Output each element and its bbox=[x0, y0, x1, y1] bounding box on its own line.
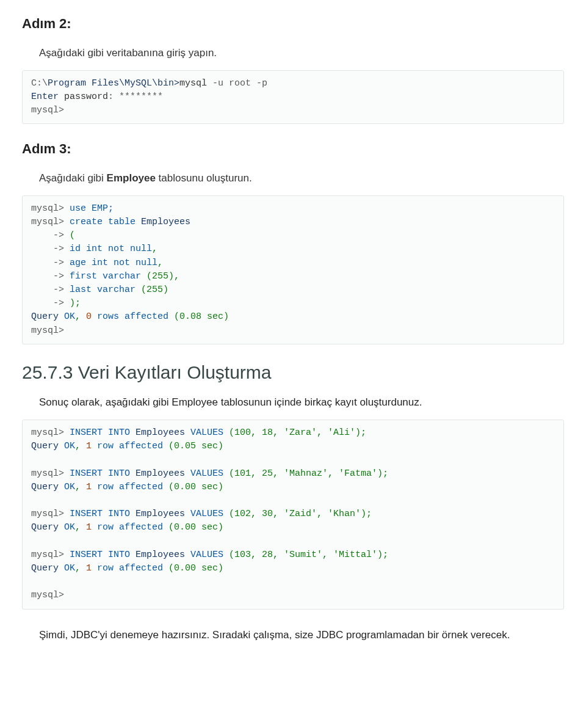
section-instruction: Sonuç olarak, aşağıdaki gibi Employee ta… bbox=[39, 396, 547, 410]
code-text: -> bbox=[31, 285, 64, 295]
code-text: Employees bbox=[136, 468, 185, 479]
code-text: VALUES bbox=[185, 509, 229, 519]
code-text: Files\MySQL\bin> bbox=[92, 78, 179, 89]
code-text: Query bbox=[31, 522, 59, 533]
code-text: ( bbox=[64, 230, 75, 241]
code-text: (0.00 sec) bbox=[168, 482, 223, 492]
code-text: , bbox=[157, 258, 163, 268]
code-text: mysql> bbox=[31, 203, 64, 214]
code-text: (0.05 sec) bbox=[168, 441, 223, 451]
code-text: (100, 18, 'Zara', 'Ali'); bbox=[229, 428, 366, 438]
code-text: (103, 28, 'Sumit', 'Mittal'); bbox=[229, 550, 388, 560]
code-text: (0.00 sec) bbox=[168, 522, 223, 533]
code-text: (255) bbox=[141, 285, 168, 295]
code-text: first varchar bbox=[64, 271, 146, 282]
code-text: mysql> bbox=[31, 590, 64, 600]
code-text: -> bbox=[31, 298, 64, 308]
code-text: row affected bbox=[92, 441, 168, 451]
step3-instruction: Aşağıdaki gibi Employee tablosunu oluştu… bbox=[39, 172, 564, 186]
text: tablosunu oluşturun. bbox=[156, 172, 252, 184]
code-text: null bbox=[130, 244, 152, 254]
code-text: mysql> bbox=[31, 428, 64, 438]
code-text: age bbox=[64, 258, 92, 268]
code-text: OK bbox=[59, 522, 75, 533]
code-text: , bbox=[75, 441, 86, 451]
insert-codebox: mysql> INSERT INTO Employees VALUES (100… bbox=[22, 420, 564, 609]
code-text: (255), bbox=[146, 271, 179, 282]
code-text: , bbox=[152, 244, 157, 254]
code-text: , bbox=[75, 563, 86, 573]
code-text: Query bbox=[31, 482, 59, 492]
code-text: OK bbox=[59, 482, 75, 492]
code-text: , bbox=[75, 311, 86, 322]
code-text: Employees bbox=[141, 217, 190, 227]
code-text: Employees bbox=[136, 428, 185, 438]
code-text: -> bbox=[31, 230, 64, 241]
step3-codebox: mysql> use EMP; mysql> create table Empl… bbox=[22, 195, 564, 344]
code-text: -> bbox=[31, 271, 64, 282]
code-text: varchar bbox=[92, 285, 141, 295]
code-text: Query bbox=[31, 563, 59, 573]
code-text: id bbox=[64, 244, 86, 254]
code-text: , bbox=[75, 522, 86, 533]
code-text: OK bbox=[59, 563, 75, 573]
code-text: 1 bbox=[86, 441, 92, 451]
code-text: (102, 30, 'Zaid', 'Khan'); bbox=[229, 509, 372, 519]
code-text: Query bbox=[31, 441, 59, 451]
code-text: ); bbox=[64, 298, 81, 308]
code-text: INSERT INTO bbox=[64, 509, 136, 519]
code-text: mysql> bbox=[31, 105, 64, 115]
code-text: 0 bbox=[86, 311, 92, 322]
code-text: Employees bbox=[136, 509, 185, 519]
step2-heading: Adım 2: bbox=[22, 15, 564, 33]
step2-instruction: Aşağıdaki gibi veritabanına giriş yapın. bbox=[39, 46, 564, 60]
code-text: VALUES bbox=[185, 550, 229, 560]
code-text: mysql> bbox=[31, 468, 64, 479]
code-text: VALUES bbox=[185, 428, 229, 438]
code-text: mysql> bbox=[31, 326, 64, 336]
code-text: C:\ bbox=[31, 78, 48, 89]
code-text: int bbox=[86, 244, 103, 254]
text: Aşağıdaki gibi bbox=[39, 172, 107, 184]
code-text: not bbox=[108, 258, 136, 268]
code-text: mysql> bbox=[31, 217, 64, 227]
section-heading: 25.7.3 Veri Kayıtları Oluşturma bbox=[22, 360, 564, 385]
code-text: mysql bbox=[179, 78, 212, 89]
code-text: -> bbox=[31, 258, 64, 268]
code-text: (0.08 sec) bbox=[174, 311, 229, 322]
code-text: 1 bbox=[86, 563, 92, 573]
step2-codebox: C:\Program Files\MySQL\bin>mysql -u root… bbox=[22, 70, 564, 125]
code-text: -u root -p bbox=[212, 78, 267, 89]
code-text: 1 bbox=[86, 522, 92, 533]
code-text: mysql> bbox=[31, 509, 64, 519]
code-text: , bbox=[75, 482, 86, 492]
code-text: Employees bbox=[136, 550, 185, 560]
code-text bbox=[86, 78, 92, 89]
code-text: row affected bbox=[92, 563, 168, 573]
code-text: null bbox=[136, 258, 157, 268]
code-text: INSERT INTO bbox=[64, 550, 136, 560]
text-bold: Employee bbox=[107, 172, 156, 184]
closing-paragraph: Şimdi, JDBC'yi denemeye hazırsınız. Sıra… bbox=[39, 625, 564, 644]
code-text: Program bbox=[48, 78, 86, 89]
code-text: Enter bbox=[31, 92, 59, 102]
code-text: create table bbox=[64, 217, 141, 227]
code-text: use EMP; bbox=[64, 203, 114, 214]
code-text: 1 bbox=[86, 482, 92, 492]
code-text: password bbox=[59, 92, 108, 102]
code-text: row affected bbox=[92, 482, 168, 492]
code-text: (0.00 sec) bbox=[168, 563, 223, 573]
code-text: Query bbox=[31, 311, 59, 322]
code-text: (101, 25, 'Mahnaz', 'Fatma'); bbox=[229, 468, 388, 479]
step3-heading: Adım 3: bbox=[22, 140, 564, 158]
code-text: -> bbox=[31, 244, 64, 254]
code-text: rows affected bbox=[92, 311, 174, 322]
code-text: : ******** bbox=[108, 92, 163, 102]
code-text: mysql> bbox=[31, 550, 64, 560]
code-text: OK bbox=[59, 441, 75, 451]
code-text: VALUES bbox=[185, 468, 229, 479]
code-text: OK bbox=[59, 311, 75, 322]
code-text: INSERT INTO bbox=[64, 428, 136, 438]
code-text: last bbox=[70, 285, 92, 295]
code-text: INSERT INTO bbox=[64, 468, 136, 479]
